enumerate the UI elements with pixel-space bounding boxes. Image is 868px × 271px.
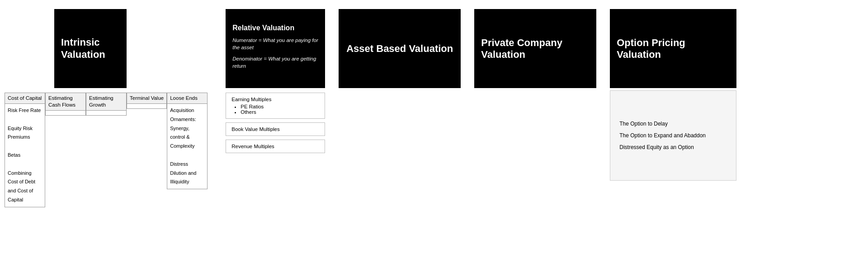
terminal-header: Terminal Value bbox=[127, 93, 166, 104]
intrinsic-section: Intrinsic Valuation Cost of Capital Risk… bbox=[5, 9, 208, 207]
cash-flows-header: Estimating Cash Flows bbox=[46, 93, 85, 111]
earning-multiples-box: Earning Multiples PE Ratios Others bbox=[226, 93, 325, 119]
growth-content bbox=[86, 111, 126, 115]
cost-capital-header: Cost of Capital bbox=[5, 93, 45, 104]
relative-subtitle1: Numerator = What you are paying for the … bbox=[232, 37, 318, 51]
loose-ends-items: Acquisition Ornaments: Synergy, control … bbox=[167, 104, 207, 189]
relative-subcols: Earning Multiples PE Ratios Others Book … bbox=[226, 93, 325, 153]
list-item-pe: PE Ratios bbox=[241, 104, 319, 109]
loose-ends-col: Loose Ends Acquisition Ornaments: Synerg… bbox=[167, 93, 208, 189]
option-black-box: Option Pricing Valuation bbox=[610, 9, 736, 88]
option-item-1: The Option to Delay bbox=[619, 121, 727, 127]
cost-capital-col: Cost of Capital Risk Free Rate Equity Ri… bbox=[5, 93, 45, 207]
cash-flows-col: Estimating Cash Flows bbox=[45, 93, 86, 116]
terminal-content bbox=[127, 104, 166, 108]
book-value-title: Book Value Multiples bbox=[231, 126, 319, 132]
intrinsic-black-box: Intrinsic Valuation bbox=[54, 9, 127, 88]
option-section: Option Pricing Valuation The Option to D… bbox=[610, 9, 736, 181]
relative-title: Relative Valuation bbox=[232, 24, 318, 32]
option-title: Option Pricing Valuation bbox=[617, 37, 730, 61]
private-title: Private Company Valuation bbox=[481, 37, 590, 61]
earning-multiples-list: PE Ratios Others bbox=[231, 104, 319, 115]
loose-ends-header: Loose Ends bbox=[167, 93, 207, 104]
cash-flows-content bbox=[46, 111, 85, 115]
growth-col: Estimating Growth bbox=[86, 93, 127, 116]
asset-black-box: Asset Based Valuation bbox=[339, 9, 461, 88]
book-value-box: Book Value Multiples bbox=[226, 122, 325, 136]
private-black-box: Private Company Valuation bbox=[474, 9, 596, 88]
asset-title: Asset Based Valuation bbox=[346, 43, 453, 55]
main-container: Intrinsic Valuation Cost of Capital Risk… bbox=[0, 0, 868, 216]
cost-capital-items: Risk Free Rate Equity Risk Premiums Beta… bbox=[5, 104, 45, 207]
intrinsic-title: Intrinsic Valuation bbox=[61, 37, 120, 61]
intrinsic-subcols: Cost of Capital Risk Free Rate Equity Ri… bbox=[5, 93, 208, 207]
list-item-others: Others bbox=[241, 109, 319, 115]
option-item-3: Distressed Equity as an Option bbox=[619, 144, 727, 150]
growth-header: Estimating Growth bbox=[86, 93, 126, 111]
relative-black-box: Relative Valuation Numerator = What you … bbox=[226, 9, 325, 88]
revenue-multiples-title: Revenue Multiples bbox=[231, 144, 319, 149]
relative-section: Relative Valuation Numerator = What you … bbox=[226, 9, 325, 153]
option-sub-box: The Option to Delay The Option to Expand… bbox=[610, 90, 736, 181]
earning-multiples-title: Earning Multiples bbox=[231, 97, 319, 102]
relative-subtitle2: Denominator = What you are getting retur… bbox=[232, 55, 318, 70]
revenue-multiples-box: Revenue Multiples bbox=[226, 140, 325, 153]
option-item-2: The Option to Expand and Abaddon bbox=[619, 132, 727, 139]
terminal-col: Terminal Value bbox=[127, 93, 167, 109]
